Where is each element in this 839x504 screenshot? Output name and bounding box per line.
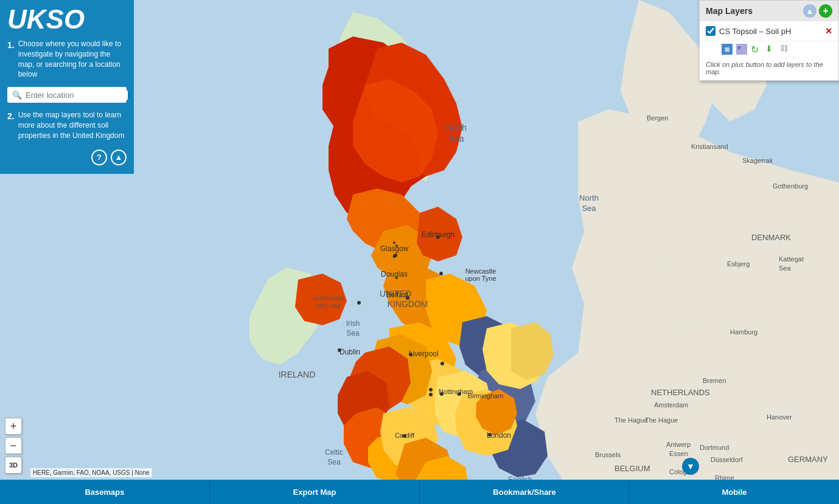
svg-text:Newcastle: Newcastle bbox=[465, 268, 496, 275]
info-icon[interactable]: ℹ bbox=[128, 90, 131, 100]
svg-point-72 bbox=[403, 434, 406, 438]
step1-number: 1. bbox=[7, 40, 15, 50]
svg-point-67 bbox=[439, 272, 443, 275]
layer-name: CS Topsoil – Soil pH bbox=[719, 27, 821, 36]
svg-text:Düsseldorf: Düsseldorf bbox=[711, 456, 743, 463]
bottom-toolbar: Basemaps Export Map Bookmark/Share Mobil… bbox=[0, 480, 839, 504]
svg-text:Sea: Sea bbox=[327, 458, 341, 466]
svg-text:Kristiansand: Kristiansand bbox=[691, 143, 728, 150]
svg-text:Sea: Sea bbox=[346, 329, 360, 337]
layer-legend-icon[interactable]: ≡ bbox=[736, 44, 747, 55]
layer-download-icon[interactable]: ⬇ bbox=[765, 44, 776, 55]
layer-refresh-icon[interactable]: ↻ bbox=[751, 44, 762, 55]
svg-point-69 bbox=[440, 392, 444, 396]
attribution: HERE, Garmin, FAO, NOAA, USGS | None bbox=[30, 468, 152, 477]
search-input[interactable] bbox=[26, 91, 128, 100]
svg-text:Antwerp: Antwerp bbox=[666, 441, 691, 448]
svg-text:Hamburg: Hamburg bbox=[730, 328, 757, 336]
step2-text: Use the map layers tool to learn more ab… bbox=[18, 110, 127, 140]
search-icon: 🔍 bbox=[12, 91, 22, 100]
svg-point-68 bbox=[440, 362, 444, 365]
panel-collapse-button[interactable]: ▼ bbox=[682, 458, 699, 475]
svg-text:Kattegat: Kattegat bbox=[779, 255, 804, 263]
layer-item: CS Topsoil – Soil pH ✕ bbox=[700, 21, 838, 41]
sidebar-bottom-icons: ? ▲ bbox=[7, 150, 127, 165]
svg-text:Dublin: Dublin bbox=[339, 348, 360, 356]
search-bar[interactable]: 🔍 ℹ bbox=[7, 87, 127, 103]
svg-text:DENMARK: DENMARK bbox=[751, 233, 791, 242]
svg-text:Essen: Essen bbox=[669, 450, 688, 457]
export-map-button[interactable]: Export Map bbox=[210, 480, 420, 504]
layer-icons-row: ▦ ≡ ↻ ⬇ ⛓ bbox=[700, 41, 838, 58]
svg-text:Amsterdam: Amsterdam bbox=[654, 401, 688, 409]
svg-point-66 bbox=[409, 353, 413, 356]
step2-number: 2. bbox=[7, 111, 15, 121]
svg-point-62 bbox=[394, 254, 397, 257]
svg-text:NORTHERN: NORTHERN bbox=[313, 295, 344, 302]
svg-text:Birmingham: Birmingham bbox=[468, 392, 504, 399]
layer-scroll-up-button[interactable]: ▲ bbox=[803, 4, 816, 18]
svg-text:Sea: Sea bbox=[582, 204, 596, 213]
svg-text:Celtic: Celtic bbox=[325, 448, 343, 457]
layer-remove-button[interactable]: ✕ bbox=[825, 26, 832, 36]
map-layers-controls: ▲ + bbox=[803, 4, 832, 18]
sidebar: UKSO 1. Choose where you would like to i… bbox=[0, 0, 134, 174]
svg-text:Liverpool: Liverpool bbox=[409, 350, 439, 358]
basemaps-button[interactable]: Basemaps bbox=[0, 480, 210, 504]
map-layers-title: Map Layers bbox=[706, 6, 753, 16]
collapse-sidebar-button[interactable]: ▲ bbox=[111, 150, 127, 165]
svg-text:Bremen: Bremen bbox=[703, 377, 726, 384]
svg-point-70 bbox=[458, 392, 461, 396]
svg-text:BELGIUM: BELGIUM bbox=[614, 464, 650, 473]
svg-text:Gothenburg: Gothenburg bbox=[773, 182, 808, 190]
svg-text:Sea: Sea bbox=[779, 264, 791, 272]
step1-section: 1. Choose where you would like to invest… bbox=[7, 39, 127, 80]
svg-point-73 bbox=[429, 388, 433, 392]
zoom-out-button[interactable]: − bbox=[5, 437, 22, 454]
svg-point-63 bbox=[406, 296, 409, 300]
help-button[interactable]: ? bbox=[91, 150, 107, 165]
logo: UKSO bbox=[7, 4, 85, 34]
svg-text:The Hague: The Hague bbox=[645, 416, 678, 424]
svg-text:IRELAND: IRELAND bbox=[316, 303, 341, 309]
layer-link-icon[interactable]: ⛓ bbox=[780, 44, 791, 55]
map-layers-header: Map Layers ▲ + bbox=[700, 1, 838, 21]
svg-text:Douglas: Douglas bbox=[381, 270, 408, 278]
layer-hint: Click on plus button to add layers to th… bbox=[700, 58, 838, 80]
svg-point-61 bbox=[436, 235, 440, 239]
3d-view-button[interactable]: 3D bbox=[5, 457, 22, 474]
svg-text:Nottingham: Nottingham bbox=[439, 388, 473, 395]
svg-point-64 bbox=[338, 348, 341, 352]
svg-text:Bergen: Bergen bbox=[647, 114, 668, 122]
svg-text:IRELAND: IRELAND bbox=[279, 370, 316, 379]
svg-text:North: North bbox=[446, 123, 467, 133]
svg-text:upon Tyne: upon Tyne bbox=[465, 275, 496, 282]
svg-text:Brussels: Brussels bbox=[595, 451, 621, 458]
svg-text:KINGDOM: KINGDOM bbox=[388, 299, 428, 309]
svg-text:Irish: Irish bbox=[346, 319, 360, 328]
svg-text:Hanover: Hanover bbox=[767, 413, 792, 421]
svg-text:The Hague: The Hague bbox=[614, 416, 647, 424]
zoom-controls: + − 3D bbox=[5, 418, 22, 474]
svg-text:Sea: Sea bbox=[449, 134, 464, 143]
mobile-button[interactable]: Mobile bbox=[630, 480, 839, 504]
layer-visibility-checkbox[interactable] bbox=[706, 26, 715, 36]
svg-text:GERMANY: GERMANY bbox=[788, 455, 828, 464]
step2-section: 2. Use the map layers tool to learn more… bbox=[7, 110, 127, 140]
svg-text:●: ● bbox=[395, 243, 398, 249]
layer-table-icon[interactable]: ▦ bbox=[722, 44, 733, 55]
zoom-in-button[interactable]: + bbox=[5, 418, 22, 435]
svg-point-71 bbox=[488, 433, 492, 437]
svg-point-65 bbox=[357, 301, 361, 305]
svg-text:North: North bbox=[579, 193, 599, 202]
bookmark-share-button[interactable]: Bookmark/Share bbox=[420, 480, 630, 504]
svg-text:Dortmund: Dortmund bbox=[700, 444, 729, 451]
layer-add-button[interactable]: + bbox=[819, 4, 832, 18]
svg-text:NETHERLANDS: NETHERLANDS bbox=[651, 388, 710, 397]
logo-area: UKSO bbox=[7, 6, 127, 33]
step1-text: Choose where you would like to investiga… bbox=[18, 39, 127, 80]
svg-point-74 bbox=[429, 393, 433, 396]
svg-text:Skagerrak: Skagerrak bbox=[742, 157, 773, 164]
svg-text:Esbjerg: Esbjerg bbox=[727, 260, 750, 268]
map-layers-panel: Map Layers ▲ + CS Topsoil – Soil pH ✕ ▦ … bbox=[699, 0, 839, 81]
